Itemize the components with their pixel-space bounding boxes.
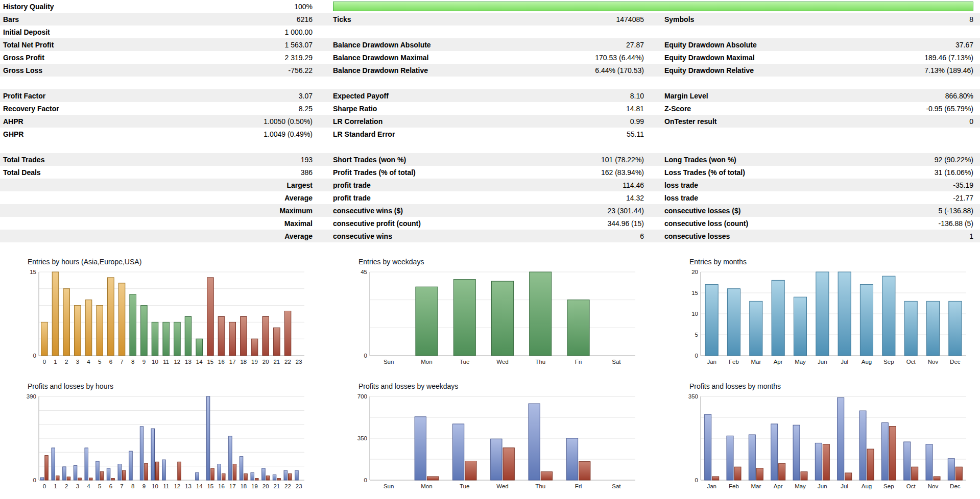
svg-text:Sep: Sep: [883, 483, 894, 489]
bar-profit: [749, 435, 755, 480]
bar-entries: [727, 289, 740, 356]
stat-value: 92 (90.22%): [838, 156, 980, 164]
svg-text:13: 13: [185, 483, 192, 489]
bar-profit: [52, 448, 55, 480]
table-row: Bars6216Ticks1474085Symbols8: [0, 13, 980, 26]
bar-profit: [251, 472, 254, 480]
table-row: Maximalconsecutive profit (count)344.96 …: [0, 217, 980, 230]
bar-profit: [240, 457, 243, 480]
table-spacer-row: [0, 140, 980, 153]
stat-label: GHPR: [0, 130, 176, 138]
svg-text:21: 21: [273, 483, 280, 489]
stat-value: Largest: [176, 181, 313, 189]
bar-loss: [465, 461, 476, 481]
bar-entries: [118, 283, 125, 356]
bar-loss: [801, 472, 807, 480]
bar-entries: [152, 322, 158, 356]
bar-profit: [96, 461, 100, 480]
stat-label: Long Trades (won %): [644, 156, 838, 164]
svg-text:Dec: Dec: [950, 359, 961, 365]
bar-profit: [151, 429, 155, 480]
svg-text:16: 16: [218, 359, 225, 365]
stat-label: Bars: [0, 15, 176, 23]
bar-loss: [211, 468, 214, 480]
svg-text:3: 3: [76, 359, 79, 365]
svg-text:0: 0: [33, 353, 36, 359]
svg-text:Nov: Nov: [928, 359, 939, 365]
bar-profit: [118, 464, 122, 481]
stat-label: History Quality: [0, 3, 176, 11]
bar-loss: [277, 479, 281, 480]
bar-entries: [52, 272, 59, 356]
stat-value: 100%: [176, 3, 313, 11]
svg-text:May: May: [795, 359, 806, 365]
stat-label: consecutive losses ($): [644, 207, 838, 215]
bar-loss: [178, 462, 181, 480]
stat-label: Expected Payoff: [313, 92, 507, 100]
stat-value: 344.96 (15): [507, 219, 644, 228]
svg-text:Sun: Sun: [384, 359, 394, 365]
table-row: Maximumconsecutive wins ($)23 (301.44)co…: [0, 204, 980, 217]
chart-canvas: 0390012345678910111213141516171819202122…: [20, 392, 306, 493]
bar-profit: [74, 465, 77, 480]
stat-label: AHPR: [0, 117, 176, 126]
table-row: Total Trades193Short Trades (won %)101 (…: [0, 153, 980, 166]
chart-profits-losses-by-weekdays: Profits and losses by weekdays 0350700Su…: [351, 382, 637, 495]
chart-entries-by-weekdays: Entries by weekdays 045SunMonTueWedThuFr…: [351, 258, 637, 371]
bar-loss: [78, 478, 82, 480]
svg-text:10: 10: [152, 359, 158, 365]
bar-profit: [491, 439, 502, 480]
bar-profit: [85, 448, 88, 480]
stat-label: Balance Drawdown Absolute: [313, 41, 507, 49]
stat-value: Average: [176, 232, 313, 240]
svg-text:17: 17: [229, 359, 236, 365]
bar-loss: [734, 467, 741, 480]
bar-loss: [89, 478, 93, 480]
stat-label: Z-Score: [644, 105, 838, 113]
stat-value: 7.13% (189.46): [838, 66, 980, 74]
stat-value: 6.44% (170.53): [507, 66, 644, 74]
table-row: Initial Deposit1 000.00: [0, 26, 980, 38]
svg-text:2: 2: [65, 483, 68, 489]
bar-profit: [727, 436, 733, 480]
svg-text:Sat: Sat: [612, 483, 621, 489]
stat-value: 2 319.29: [176, 54, 313, 62]
stat-value: 1.0050 (0.50%): [176, 117, 313, 126]
bar-entries: [163, 322, 170, 356]
stat-value: 1474085: [507, 15, 644, 23]
svg-text:15: 15: [207, 483, 213, 489]
chart-title: Profits and losses by weekdays: [358, 382, 637, 391]
bar-entries: [241, 317, 247, 356]
bar-entries: [130, 294, 136, 356]
bar-loss: [503, 448, 514, 480]
bar-profit: [295, 470, 299, 480]
svg-text:10: 10: [152, 483, 158, 489]
svg-text:Sat: Sat: [612, 359, 621, 365]
svg-text:Jun: Jun: [818, 483, 827, 489]
stat-label: LR Standard Error: [313, 130, 507, 138]
stat-value: 8.10: [507, 92, 644, 100]
stat-label: Total Net Profit: [0, 41, 176, 49]
stat-label: Loss Trades (% of total): [644, 168, 838, 177]
svg-text:0: 0: [695, 477, 698, 483]
svg-text:1: 1: [54, 359, 57, 365]
stat-label: Ticks: [313, 15, 507, 23]
svg-text:Mar: Mar: [751, 359, 761, 365]
stat-value: 6: [507, 232, 644, 240]
table-row: Largestprofit trade114.46loss trade-35.1…: [0, 179, 980, 191]
stat-value: 162 (83.94%): [507, 168, 644, 177]
bar-entries: [141, 306, 148, 356]
svg-text:5: 5: [695, 332, 698, 338]
svg-text:7: 7: [120, 359, 123, 365]
bar-loss: [156, 462, 159, 480]
svg-text:0: 0: [43, 359, 46, 365]
bar-entries: [63, 289, 70, 356]
chart-title: Entries by weekdays: [358, 258, 637, 267]
svg-text:10: 10: [691, 311, 698, 317]
bar-loss: [244, 473, 248, 480]
bar-profit: [452, 424, 464, 480]
svg-text:21: 21: [273, 359, 280, 365]
svg-text:Fri: Fri: [575, 483, 582, 489]
bar-entries: [108, 278, 114, 356]
bar-loss: [889, 427, 896, 480]
